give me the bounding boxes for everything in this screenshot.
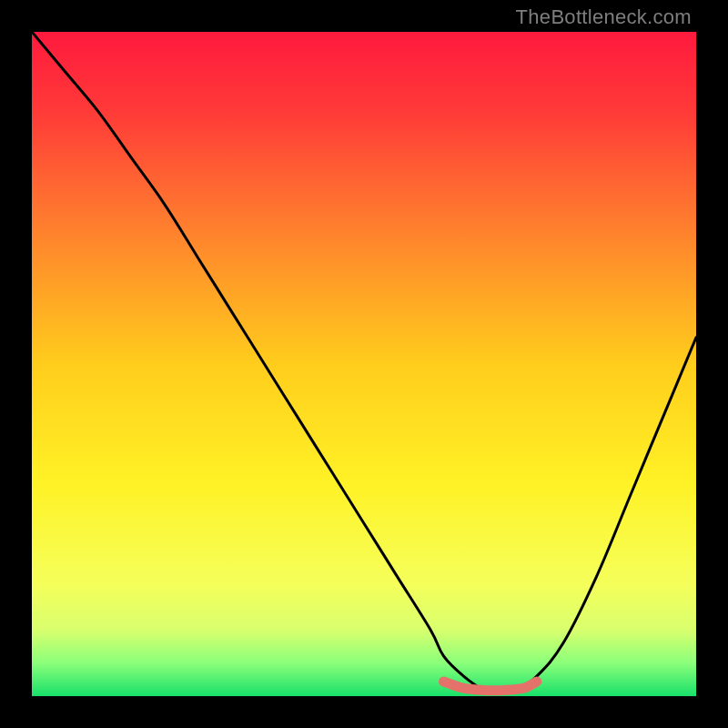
watermark-text: TheBottleneck.com: [516, 5, 692, 29]
plot-area: [32, 32, 696, 696]
highlight-band: [444, 682, 537, 691]
bottleneck-curve: [32, 32, 696, 691]
chart-svg: [32, 32, 696, 696]
outer-frame: TheBottleneck.com: [0, 0, 728, 728]
